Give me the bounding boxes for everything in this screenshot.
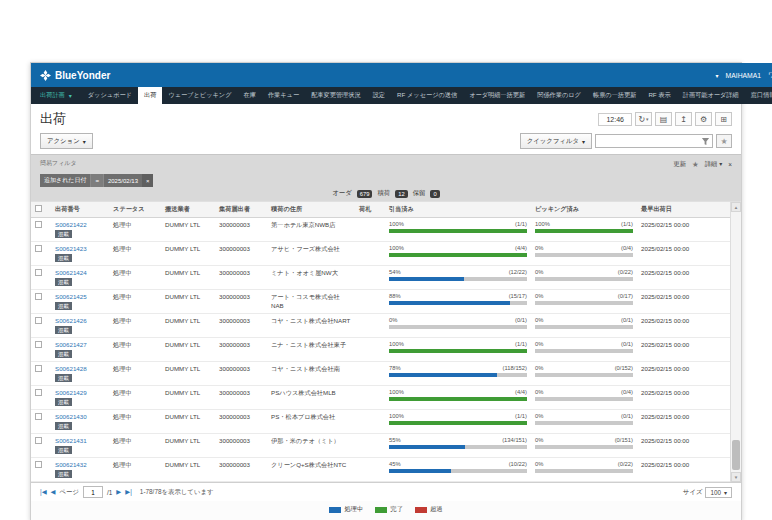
row-checkbox[interactable] [35, 317, 42, 324]
page-size-select[interactable]: 100 ▾ [705, 487, 732, 498]
refresh-button[interactable]: ↻ ▾ [635, 112, 652, 126]
progress-bar [535, 469, 633, 473]
filter-chip[interactable]: 追加された日付 = 2025/02/13 × [40, 174, 153, 187]
nav-tab-wave-picking[interactable]: ウェーブとピッキング [162, 87, 237, 104]
table-row[interactable]: S00621429混載 処理中 DUMMY LTL 300000003 PSハウ… [31, 386, 730, 410]
column-header[interactable]: 積荷の住所 [267, 202, 355, 217]
update-button[interactable]: 更新 [673, 160, 686, 169]
nav-context-menu[interactable]: 出荷計画 ▾ [31, 87, 82, 104]
nav-tab-rf-display[interactable]: RF 表示 [642, 87, 676, 104]
column-header[interactable]: 集荷届出者 [215, 202, 267, 217]
page-title: 出荷 [40, 110, 66, 128]
shipment-link[interactable]: S00621428 [55, 365, 105, 372]
column-header[interactable]: 荷札 [355, 202, 385, 217]
progress-values: 0%(0/4) [535, 389, 633, 395]
funnel-icon[interactable] [701, 137, 710, 146]
shipment-link[interactable]: S00621430 [55, 413, 105, 420]
user-name[interactable]: MAIHAMA1 [726, 72, 762, 79]
export-button[interactable]: ↥ [675, 112, 692, 126]
row-checkbox[interactable] [35, 221, 42, 228]
detail-dropdown[interactable]: 詳細 ▾ [705, 160, 723, 169]
workstation-link[interactable]: ワークステーション [768, 70, 772, 80]
column-header[interactable]: 最早出荷日 [637, 202, 730, 217]
page-input[interactable] [83, 486, 103, 498]
shipment-link[interactable]: S00621426 [55, 317, 105, 324]
user-menu-caret-icon[interactable]: ▾ [716, 72, 719, 79]
last-page-icon[interactable]: ▶| [125, 488, 132, 496]
row-checkbox[interactable] [35, 365, 42, 372]
row-checkbox[interactable] [35, 293, 42, 300]
print-button[interactable]: ▤ [655, 112, 672, 126]
star-icon[interactable]: ★ [692, 160, 699, 169]
row-checkbox[interactable] [35, 389, 42, 396]
column-header[interactable]: ピッキング済み [531, 202, 637, 217]
column-header[interactable]: 搬送業者 [161, 202, 215, 217]
prev-page-icon[interactable]: ◀ [51, 488, 56, 496]
actions-dropdown-button[interactable]: アクション ▾ [40, 133, 93, 149]
row-checkbox[interactable] [35, 245, 42, 252]
nav-tab-work-log[interactable]: 関係作業のログ [531, 87, 587, 104]
nav-tab-work-queue[interactable]: 作業キュー [262, 87, 305, 104]
scroll-down-icon[interactable]: ▼ [731, 472, 741, 482]
row-checkbox[interactable] [35, 461, 42, 468]
table-row[interactable]: S00621425混載 処理中 DUMMY LTL 300000003 アート・… [31, 290, 730, 314]
shipment-link[interactable]: S00621422 [55, 221, 105, 228]
row-checkbox[interactable] [35, 269, 42, 276]
shipment-link[interactable]: S00621423 [55, 245, 105, 252]
nav-tab-dashboard[interactable]: ダッシュボード [82, 87, 138, 104]
table-row[interactable]: S00621424混載 処理中 DUMMY LTL 300000003 ミナト・… [31, 266, 730, 290]
nav-tab-carrier-change[interactable]: 配車変更管理状況 [305, 87, 367, 104]
nav-tab-inventory[interactable]: 在庫 [238, 87, 262, 104]
shipment-link[interactable]: S00621425 [55, 293, 105, 300]
page-size-label: サイズ [683, 488, 703, 497]
shipment-link[interactable]: S00621432 [55, 461, 105, 468]
column-header[interactable]: 引当済み [385, 202, 531, 217]
nav-tab-window-info-send[interactable]: 窓口情報送信 [745, 87, 772, 104]
table-row[interactable]: S00621427混載 処理中 DUMMY LTL 300000003 ニナ・ニ… [31, 338, 730, 362]
nav-tab-plannable-orders[interactable]: 計画可能オーダ詳細 [677, 87, 745, 104]
quick-filter-dropdown[interactable]: クイックフィルタ ▾ [520, 133, 592, 149]
next-page-icon[interactable]: ▶ [116, 488, 121, 496]
table-row[interactable]: S00621430混載 処理中 DUMMY LTL 300000003 PS・松… [31, 410, 730, 434]
nav-tab-rf-message[interactable]: RF メッセージの送信 [391, 87, 463, 104]
row-checkbox[interactable] [35, 413, 42, 420]
favorite-button[interactable]: ★ [716, 134, 732, 148]
layout-button[interactable]: ⊞ [715, 112, 732, 126]
table-row[interactable]: S00621423混載 処理中 DUMMY LTL 300000003 アサヒ・… [31, 242, 730, 266]
row-checkbox[interactable] [35, 341, 42, 348]
count-label: 積荷 [377, 189, 390, 198]
progress-bar [389, 349, 527, 353]
table-row[interactable]: S00621426混載 処理中 DUMMY LTL 300000003 コヤ・ニ… [31, 314, 730, 338]
select-all-checkbox[interactable] [35, 205, 42, 212]
ship-date-cell: 2025/02/15 00:00 [637, 314, 730, 337]
scrollbar-thumb[interactable] [732, 440, 740, 470]
close-panel-icon[interactable]: × [728, 161, 732, 168]
nav-tab-shipments[interactable]: 出荷 [138, 87, 162, 104]
mixed-load-badge: 混載 [55, 278, 72, 286]
filter-input[interactable] [596, 138, 701, 145]
scroll-up-icon[interactable]: ▲ [731, 202, 741, 212]
table-row[interactable]: S00621428混載 処理中 DUMMY LTL 300000003 コヤ・ニ… [31, 362, 730, 386]
table-row[interactable]: S00621432混載 処理中 DUMMY LTL 300000003 クリーン… [31, 458, 730, 482]
status-cell: 処理中 [109, 386, 161, 409]
nav-tab-order-bulk-update[interactable]: オーダ明細一括更新 [463, 87, 531, 104]
column-header[interactable]: 出荷番号 [51, 202, 109, 217]
table-row[interactable]: S00621431混載 処理中 DUMMY LTL 300000003 伊那・米… [31, 434, 730, 458]
picked-cell: 0%(0/4) [531, 386, 637, 409]
nav-tab-settings[interactable]: 設定 [367, 87, 391, 104]
settings-button[interactable]: ⚙ [695, 112, 712, 126]
column-header[interactable]: ステータス [109, 202, 161, 217]
shipment-link[interactable]: S00621424 [55, 269, 105, 276]
header-select-all[interactable] [31, 202, 51, 217]
shipment-link[interactable]: S00621429 [55, 389, 105, 396]
vertical-scrollbar[interactable]: ▲ ▼ [730, 202, 741, 482]
shipment-number-cell: S00621425混載 [51, 290, 109, 313]
shipment-link[interactable]: S00621431 [55, 437, 105, 444]
table-row[interactable]: S00621422混載 処理中 DUMMY LTL 300000003 第一ホテ… [31, 218, 730, 242]
shipment-link[interactable]: S00621427 [55, 341, 105, 348]
status-cell: 処理中 [109, 314, 161, 337]
nav-tab-report-bulk-update[interactable]: 帳票の一括更新 [587, 87, 642, 104]
row-checkbox[interactable] [35, 437, 42, 444]
filter-chip-close-icon[interactable]: × [142, 174, 154, 187]
first-page-icon[interactable]: |◀ [40, 488, 47, 496]
